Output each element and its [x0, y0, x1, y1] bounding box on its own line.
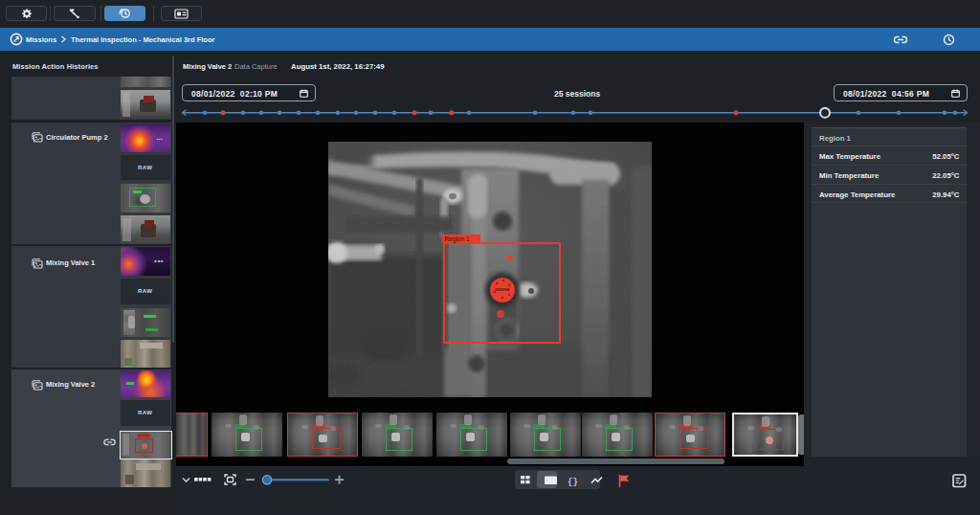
svg-text:{}: {}: [568, 478, 578, 487]
